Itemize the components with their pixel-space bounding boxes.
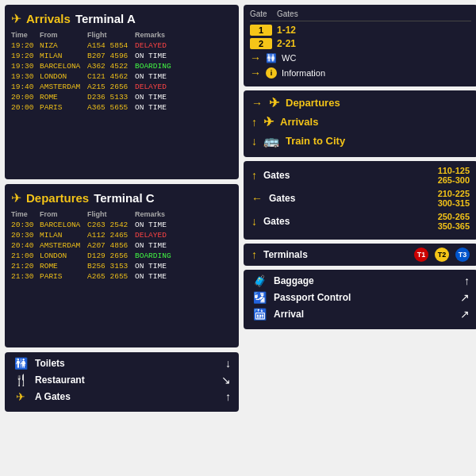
- departures-row: 20:30 MILAN A112 2465 DELAYED: [11, 231, 232, 240]
- dep-flight: B256 3153: [87, 262, 135, 271]
- gate-board: Gate Gates 1 1-12 2 2-21 → 🚻 WC → i Info…: [244, 5, 476, 86]
- arr-time: 19:40: [11, 83, 40, 91]
- arr-time: 19:30: [11, 72, 40, 81]
- passport-label: Passport Control: [274, 292, 454, 303]
- arrival-arrow: ↗: [460, 308, 470, 321]
- arr-status: ON TIME: [135, 72, 198, 81]
- departures-col-headers: TimeFromFlightRemarks: [11, 210, 232, 218]
- dep-from: BARCELONA: [40, 221, 87, 229]
- dep-status: ON TIME: [135, 272, 198, 281]
- departures-row: 21:00 LONDON D129 2656 BOARDING: [11, 251, 232, 260]
- dep-status: ON TIME: [135, 221, 198, 229]
- arrivals-row: 19:40 AMSTERDAM A215 2656 DELAYED: [11, 83, 232, 91]
- arr-from: BARCELONA: [40, 62, 87, 71]
- arrivals-row: 20:00 PARIS A365 5655 ON TIME: [11, 103, 232, 112]
- baggage-icon: 🧳: [251, 274, 267, 287]
- dir-depart-icon: ✈: [269, 95, 279, 110]
- terminal-t2: T2: [435, 248, 449, 262]
- dep-flight: A265 2655: [87, 272, 135, 281]
- arr-flight: A154 5854: [87, 41, 135, 50]
- dep-time: 20:40: [11, 241, 40, 250]
- gates3-nums: 250-265350-365: [438, 212, 470, 231]
- sign-passport: 🛂 Passport Control ↗: [251, 291, 470, 304]
- gate-num-2: 2: [250, 38, 272, 49]
- arr-status: BOARDING: [135, 62, 198, 71]
- gates1-nums: 110-125265-300: [438, 166, 470, 185]
- sign-arrival: 🛗 Arrival ↗: [251, 308, 470, 321]
- arr-from: ROME: [40, 93, 87, 102]
- term-arrow: ↑: [251, 248, 257, 261]
- gate-range-2: 2-21: [277, 38, 471, 49]
- dep-status: DELAYED: [135, 231, 198, 240]
- departures-board: ✈ Departures Terminal C TimeFromFlightRe…: [5, 184, 239, 348]
- terminals-board: ↑ Terminals T1 T2 T3: [244, 244, 476, 266]
- dir-depart-arrow: →: [251, 97, 263, 109]
- restaurant-arrow: ↘: [221, 374, 231, 386]
- arr-status: ON TIME: [135, 103, 198, 112]
- arr-flight: D236 5133: [87, 93, 135, 102]
- gate-row-1: 1 1-12: [250, 25, 471, 36]
- info-icon: i: [266, 67, 277, 79]
- dep-time: 21:00: [11, 251, 40, 260]
- dir-departures: → ✈ Departures: [251, 95, 470, 110]
- arr-flight: A215 2656: [87, 83, 135, 91]
- arr-from: LONDON: [40, 72, 87, 81]
- plane-arrive-icon: ✈: [11, 11, 21, 26]
- dep-time: 21:20: [11, 262, 40, 271]
- gates-num-board: ↑ Gates 110-125265-300 ← Gates 210-22530…: [244, 161, 476, 240]
- sign-agates: ✈ A Gates ↑: [13, 390, 231, 403]
- info-arrow-icon: →: [250, 67, 261, 79]
- agates-arrow: ↑: [225, 390, 231, 403]
- gates-row-2: ← Gates 210-225300-315: [251, 189, 470, 208]
- arrivals-row: 19:20 NIZA A154 5854 DELAYED: [11, 41, 232, 50]
- term-label: Terminals: [263, 249, 408, 260]
- dep-status: BOARDING: [135, 251, 198, 260]
- dep-status: ON TIME: [135, 241, 198, 250]
- gates2-arrow: ←: [251, 192, 263, 205]
- dep-from: AMSTERDAM: [40, 241, 87, 250]
- dep-time: 20:30: [11, 231, 40, 240]
- arrivals-col-headers: TimeFromFlightRemarks: [11, 31, 232, 39]
- dep-flight: A207 4856: [87, 241, 135, 250]
- arrivals-row: 19:20 MILAN B207 4596 ON TIME: [11, 52, 232, 60]
- dep-time: 20:30: [11, 221, 40, 229]
- signs-left-board: 🚻 Toilets ↓ 🍴 Restaurant ↘ ✈ A Gates ↑: [5, 352, 239, 412]
- arr-time: 19:30: [11, 62, 40, 71]
- departures-terminal: Terminal C: [94, 191, 154, 205]
- arrival-icon: 🛗: [251, 308, 267, 321]
- arr-from: MILAN: [40, 52, 87, 60]
- arrivals-title: Arrivals: [26, 12, 71, 25]
- gates2-label: Gates: [269, 193, 432, 204]
- arrivals-row: 19:30 LONDON C121 4562 ON TIME: [11, 72, 232, 81]
- departures-row: 20:30 BARCELONA C263 2542 ON TIME: [11, 221, 232, 229]
- sign-baggage: 🧳 Baggage ↑: [251, 274, 470, 287]
- gate-num-1: 1: [250, 25, 272, 36]
- agates-icon: ✈: [13, 390, 29, 403]
- gates-row-1: ↑ Gates 110-125265-300: [251, 166, 470, 185]
- toilets-arrow: ↓: [225, 357, 231, 370]
- terminal-t3: T3: [455, 248, 470, 262]
- arr-flight: A365 5655: [87, 103, 135, 112]
- arrivals-terminal: Terminal A: [75, 12, 136, 25]
- wc-label: WC: [282, 53, 296, 63]
- dir-train-icon: 🚌: [263, 133, 279, 148]
- toilets-icon: 🚻: [13, 357, 29, 370]
- gate-row-2: 2 2-21: [250, 38, 471, 49]
- signs-right-board: 🧳 Baggage ↑ 🛂 Passport Control ↗ 🛗 Arriv…: [244, 270, 476, 329]
- baggage-arrow: ↑: [464, 274, 470, 287]
- info-row: → i Information: [250, 67, 471, 79]
- arr-time: 19:20: [11, 52, 40, 60]
- gate-range-1: 1-12: [277, 25, 471, 36]
- dir-train: ↓ 🚌 Train to City: [251, 133, 470, 148]
- arr-flight: A362 4522: [87, 62, 135, 71]
- dir-arrive-icon: ✈: [263, 114, 274, 129]
- arr-time: 20:00: [11, 93, 40, 102]
- arr-from: AMSTERDAM: [40, 83, 87, 91]
- arrivals-row: 19:30 BARCELONA A362 4522 BOARDING: [11, 62, 232, 71]
- restaurant-label: Restaurant: [35, 374, 215, 386]
- wc-row: → 🚻 WC: [250, 52, 471, 64]
- gate-col-gate: Gate: [250, 10, 272, 18]
- passport-icon: 🛂: [251, 291, 267, 304]
- agates-label: A Gates: [35, 391, 219, 402]
- dir-arrive-label: Arrivals: [280, 116, 318, 128]
